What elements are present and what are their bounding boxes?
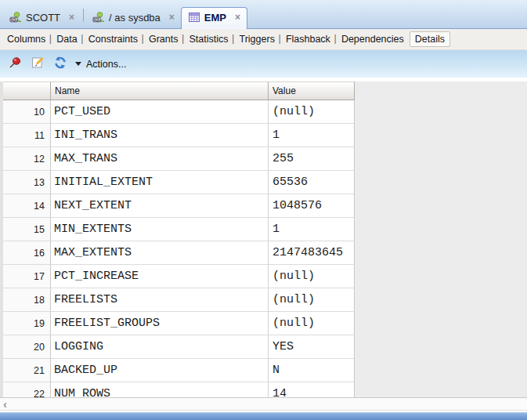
pin-button[interactable] bbox=[7, 56, 23, 72]
row-number-cell[interactable]: 18 bbox=[3, 288, 51, 312]
svg-text:SQL: SQL bbox=[10, 18, 18, 22]
table-row[interactable]: 15MIN_EXTENTS1 bbox=[3, 218, 355, 241]
refresh-icon bbox=[53, 56, 67, 73]
tab-emp[interactable]: EMP × bbox=[181, 7, 247, 29]
name-cell[interactable]: FREELISTS bbox=[51, 288, 269, 312]
edit-icon bbox=[31, 56, 45, 73]
tab-separator bbox=[83, 9, 84, 22]
name-cell[interactable]: LOGGING bbox=[51, 335, 269, 359]
value-cell[interactable]: (null) bbox=[269, 288, 355, 312]
tab-grants[interactable]: Grants bbox=[143, 31, 184, 47]
name-cell[interactable]: MAX_EXTENTS bbox=[51, 241, 269, 265]
value-cell[interactable]: 255 bbox=[269, 147, 355, 171]
value-cell[interactable]: N bbox=[269, 359, 355, 382]
tab-label: SCOTT bbox=[26, 12, 60, 24]
row-number-cell[interactable]: 16 bbox=[3, 241, 51, 265]
tab-triggers[interactable]: Triggers bbox=[234, 31, 280, 47]
name-cell[interactable]: FREELIST_GROUPS bbox=[51, 312, 269, 335]
row-number-cell[interactable]: 20 bbox=[3, 335, 51, 359]
toolbar: Actions... bbox=[0, 50, 527, 79]
refresh-button[interactable] bbox=[52, 56, 68, 72]
table-row[interactable]: 10PCT_USED(null) bbox=[3, 100, 355, 124]
value-cell[interactable]: 1 bbox=[269, 124, 355, 147]
horizontal-scrollbar[interactable]: ‹ bbox=[0, 397, 527, 411]
name-cell[interactable]: NUM_ROWS bbox=[51, 382, 269, 397]
table-row[interactable]: 14NEXT_EXTENT1048576 bbox=[3, 194, 355, 218]
value-cell[interactable]: 65536 bbox=[269, 171, 355, 194]
header-filler bbox=[355, 81, 527, 100]
row-number-cell[interactable]: 12 bbox=[3, 147, 51, 171]
tab-statistics[interactable]: Statistics bbox=[183, 31, 233, 47]
tab-details[interactable]: Details bbox=[410, 31, 450, 47]
row-number-cell[interactable]: 11 bbox=[3, 124, 51, 147]
value-cell[interactable]: 2147483645 bbox=[269, 241, 355, 265]
tab-constraints[interactable]: Constraints bbox=[83, 31, 143, 47]
name-cell[interactable]: INITIAL_EXTENT bbox=[51, 171, 269, 194]
name-cell[interactable]: MIN_EXTENTS bbox=[51, 218, 269, 241]
table-row[interactable]: 18FREELISTS(null) bbox=[3, 288, 355, 312]
grid-body: 10PCT_USED(null)11INI_TRANS112MAX_TRANS2… bbox=[3, 100, 527, 397]
name-cell[interactable]: BACKED_UP bbox=[51, 359, 269, 382]
subtab-bar: ColumnsDataConstraintsGrantsStatisticsTr… bbox=[0, 29, 527, 50]
close-icon[interactable]: × bbox=[169, 12, 175, 23]
value-cell[interactable]: (null) bbox=[269, 265, 355, 288]
table-row[interactable]: 17PCT_INCREASE(null) bbox=[3, 265, 355, 288]
row-number-header bbox=[3, 81, 51, 100]
row-number-cell[interactable]: 19 bbox=[3, 312, 51, 335]
value-cell[interactable]: (null) bbox=[269, 100, 355, 124]
table-row[interactable]: 21BACKED_UPN bbox=[3, 359, 355, 382]
table-row[interactable]: 11INI_TRANS1 bbox=[3, 124, 355, 147]
scroll-left-icon[interactable]: ‹ bbox=[3, 398, 7, 410]
close-icon[interactable]: × bbox=[69, 12, 74, 23]
table-row[interactable]: 20LOGGINGYES bbox=[3, 335, 355, 359]
row-number-cell[interactable]: 13 bbox=[3, 171, 51, 194]
column-header-value[interactable]: Value bbox=[269, 81, 355, 100]
edit-button[interactable] bbox=[30, 56, 45, 72]
name-cell[interactable]: NEXT_EXTENT bbox=[51, 194, 269, 218]
column-header-name[interactable]: Name bbox=[51, 81, 269, 100]
tab-dependencies[interactable]: Dependencies bbox=[336, 31, 410, 47]
tab-flashback[interactable]: Flashback bbox=[280, 31, 336, 47]
name-cell[interactable]: PCT_USED bbox=[51, 100, 269, 124]
row-number-cell[interactable]: 21 bbox=[3, 359, 51, 382]
table-row[interactable]: 12MAX_TRANS255 bbox=[3, 147, 355, 171]
svg-text:SQL: SQL bbox=[93, 18, 101, 22]
close-icon[interactable]: × bbox=[235, 12, 240, 23]
row-number-cell[interactable]: 17 bbox=[3, 265, 51, 288]
name-cell[interactable]: MAX_TRANS bbox=[51, 147, 269, 171]
tab-data[interactable]: Data bbox=[51, 31, 82, 47]
row-number-cell[interactable]: 10 bbox=[3, 100, 51, 124]
actions-menu-button[interactable]: Actions... bbox=[75, 59, 126, 70]
table-grid-icon bbox=[188, 11, 200, 24]
tab-as-sysdba[interactable]: SQL / as sysdba × bbox=[86, 8, 181, 28]
row-number-cell[interactable]: 14 bbox=[3, 194, 51, 218]
pin-icon bbox=[8, 56, 22, 73]
row-number-cell[interactable]: 22 bbox=[3, 382, 51, 397]
value-cell[interactable]: 1 bbox=[269, 218, 355, 241]
chevron-down-icon bbox=[75, 62, 81, 66]
value-cell[interactable]: 14 bbox=[269, 382, 355, 397]
tab-scott[interactable]: SQL SCOTT × bbox=[3, 8, 81, 28]
sql-developer-table-viewer: SQL SCOTT × SQL / as sysdba × bbox=[0, 0, 527, 420]
name-cell[interactable]: PCT_INCREASE bbox=[51, 265, 269, 288]
table-row[interactable]: 13INITIAL_EXTENT65536 bbox=[3, 171, 355, 194]
document-tabbar: SQL SCOTT × SQL / as sysdba × bbox=[0, 0, 527, 29]
tab-label: EMP bbox=[204, 12, 226, 24]
sql-worksheet-icon: SQL bbox=[92, 11, 105, 24]
value-cell[interactable]: YES bbox=[269, 335, 355, 359]
grid-header: Name Value bbox=[3, 81, 527, 100]
table-row[interactable]: 16MAX_EXTENTS2147483645 bbox=[3, 241, 355, 265]
window-bottom-edge bbox=[0, 412, 527, 420]
value-cell[interactable]: (null) bbox=[269, 312, 355, 335]
table-row[interactable]: 22NUM_ROWS14 bbox=[3, 382, 355, 397]
details-grid: Name Value 10PCT_USED(null)11INI_TRANS11… bbox=[0, 81, 527, 397]
tab-label: / as sysdba bbox=[109, 12, 161, 24]
value-cell[interactable]: 1048576 bbox=[269, 194, 355, 218]
row-number-cell[interactable]: 15 bbox=[3, 218, 51, 241]
table-row[interactable]: 19FREELIST_GROUPS(null) bbox=[3, 312, 355, 335]
sql-worksheet-icon: SQL bbox=[9, 11, 22, 24]
tab-columns[interactable]: Columns bbox=[2, 31, 51, 47]
actions-label: Actions... bbox=[86, 59, 126, 70]
name-cell[interactable]: INI_TRANS bbox=[51, 124, 269, 147]
